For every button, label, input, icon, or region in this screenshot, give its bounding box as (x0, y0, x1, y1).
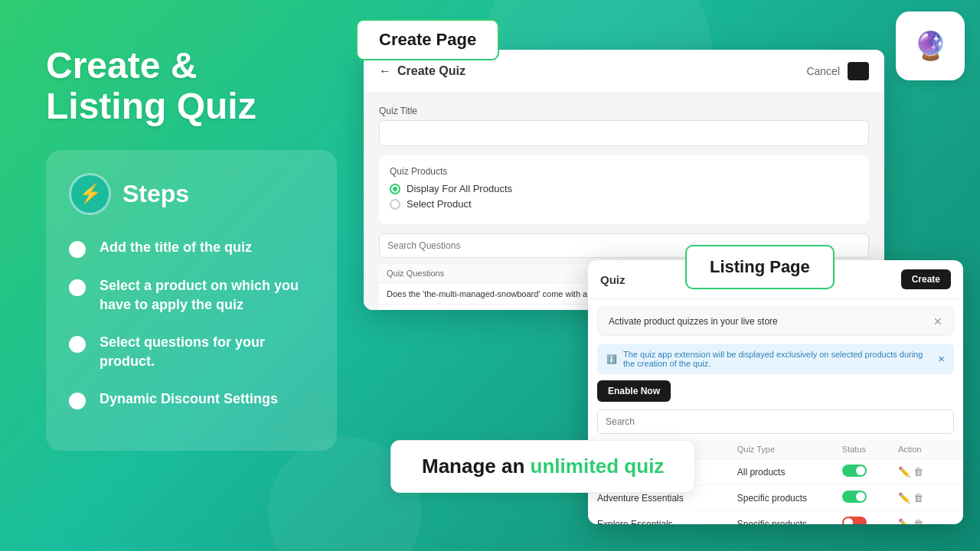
listing-page-tab[interactable]: Listing Page (685, 245, 835, 289)
row-2-actions: ✏️ 🗑 (898, 518, 954, 524)
steps-title: Steps (122, 180, 189, 208)
radio-filled-icon (390, 184, 400, 194)
step-text-4: Dynamic Discount Settings (100, 390, 278, 409)
radio-empty-icon (390, 199, 400, 210)
confirm-button[interactable] (848, 62, 869, 80)
step-item-3: Select questions for your product. (69, 333, 314, 371)
back-arrow-icon: ← (379, 64, 391, 78)
step-dot-4 (69, 393, 86, 409)
steps-header: ⚡ Steps (69, 173, 314, 215)
step-dot-2 (69, 279, 86, 296)
row-1-actions: ✏️ 🗑 (898, 492, 954, 504)
create-page-tab[interactable]: Create Page (356, 19, 499, 60)
step-text-1: Add the title of the quiz (100, 238, 252, 257)
steps-card: ⚡ Steps Add the title of the quiz Select… (46, 150, 337, 452)
info-text: The quiz app extension will be displayed… (623, 350, 932, 368)
modal-title: ← Create Quiz (379, 64, 466, 78)
info-icon: ℹ️ (606, 354, 617, 364)
quiz-app-icon: 🔮 (913, 30, 948, 62)
enable-now-section: Enable Now (588, 380, 963, 409)
toggle-2[interactable] (842, 517, 867, 524)
toggle-1[interactable] (842, 491, 867, 503)
listing-panel-title: Quiz (600, 273, 626, 286)
quiz-products-label: Quiz Products (390, 166, 858, 177)
manage-banner: Manage an unlimited quiz (390, 440, 695, 493)
enable-now-button[interactable]: Enable Now (597, 380, 671, 402)
manage-text-before: Manage an (422, 455, 531, 478)
quiz-title-input[interactable] (379, 120, 869, 146)
radio-select-product[interactable]: Select Product (390, 198, 858, 210)
listing-row-2: Explore Essentials Specific products ✏️ … (588, 511, 963, 524)
modal-actions: Cancel (806, 62, 869, 80)
listing-search-input[interactable] (597, 409, 954, 434)
radio-all-products[interactable]: Display For All Products (390, 183, 858, 194)
edit-icon-0[interactable]: ✏️ (898, 466, 910, 478)
row-0-actions: ✏️ 🗑 (898, 466, 954, 478)
delete-icon-0[interactable]: 🗑 (913, 466, 923, 478)
step-text-2: Select a product on which you have to ap… (100, 276, 314, 315)
quiz-title-label: Quiz Title (379, 106, 869, 116)
step-text-3: Select questions for your product. (100, 333, 314, 371)
step-dot-1 (69, 241, 86, 258)
main-title: Create & Listing Quiz (46, 46, 337, 127)
cancel-button[interactable]: Cancel (806, 65, 840, 77)
app-icon: 🔮 (896, 11, 965, 80)
left-section: Create & Listing Quiz ⚡ Steps Add the ti… (46, 46, 337, 451)
quiz-products-section: Quiz Products Display For All Products S… (379, 155, 869, 224)
activate-banner: Activate product quizzes in your live st… (597, 307, 954, 336)
delete-icon-2[interactable]: 🗑 (913, 518, 923, 524)
info-banner: ℹ️ The quiz app extension will be displa… (597, 344, 954, 374)
delete-icon-1[interactable]: 🗑 (913, 492, 923, 504)
steps-icon: ⚡ (69, 173, 111, 215)
step-item-4: Dynamic Discount Settings (69, 390, 314, 409)
info-close-icon[interactable]: ✕ (938, 354, 945, 364)
listing-create-button[interactable]: Create (901, 269, 951, 289)
step-item-1: Add the title of the quiz (69, 238, 314, 258)
edit-icon-2[interactable]: ✏️ (898, 518, 910, 524)
activate-close-icon[interactable]: ✕ (933, 315, 942, 328)
edit-icon-1[interactable]: ✏️ (898, 492, 910, 504)
activate-text: Activate product quizzes in your live st… (609, 316, 778, 327)
step-item-2: Select a product on which you have to ap… (69, 276, 314, 315)
step-dot-3 (69, 336, 86, 353)
toggle-0[interactable] (842, 465, 867, 477)
manage-highlight: unlimited quiz (531, 455, 665, 478)
